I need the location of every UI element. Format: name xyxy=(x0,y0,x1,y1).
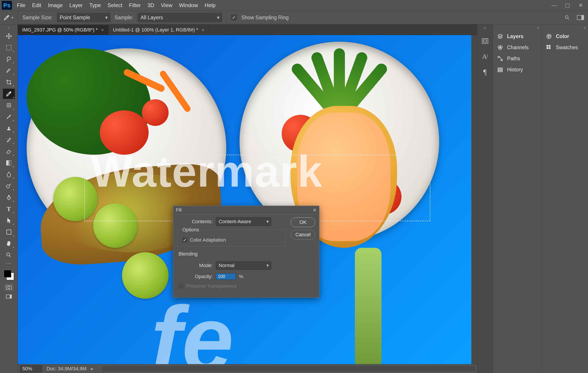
marquee-tool[interactable] xyxy=(3,42,15,53)
panel-tab-channels[interactable]: Channels xyxy=(493,42,541,53)
panel-dock-a: « Layers Channels Paths History xyxy=(493,24,541,373)
vertical-scrollbar[interactable] xyxy=(471,35,477,364)
libraries-panel-icon[interactable] xyxy=(480,36,490,46)
svg-point-5 xyxy=(10,92,11,93)
menu-help[interactable]: Help xyxy=(203,1,217,9)
chevron-right-icon[interactable]: ▸ xyxy=(91,366,93,372)
move-tool[interactable] xyxy=(3,31,15,41)
options-bar: ▾ Sample Size: Point Sample Sample: All … xyxy=(0,11,588,24)
menu-view[interactable]: View xyxy=(159,1,174,9)
shape-tool[interactable] xyxy=(3,227,15,237)
sample-size-label: Sample Size: xyxy=(22,15,52,20)
lasso-tool[interactable] xyxy=(3,54,15,64)
svg-point-28 xyxy=(548,37,549,38)
contents-label: Contents: xyxy=(177,219,213,224)
zoom-input[interactable] xyxy=(20,365,42,372)
screen-mode-toggle[interactable] xyxy=(5,293,13,300)
clone-stamp-tool[interactable] xyxy=(3,123,15,133)
close-icon[interactable]: × xyxy=(101,28,104,33)
cancel-button[interactable]: Cancel xyxy=(291,230,315,240)
preserve-transparency-checkbox xyxy=(178,284,183,289)
panel-tab-layers[interactable]: Layers xyxy=(493,31,541,42)
paragraph-panel-icon[interactable]: ¶ xyxy=(480,67,490,77)
options-legend: Options xyxy=(181,227,200,233)
app-logo: Ps xyxy=(2,1,12,10)
document-tab[interactable]: IMG_2937.JPG @ 50% (RGB/8*) * × xyxy=(18,25,108,35)
svg-rect-31 xyxy=(546,47,548,49)
color-swatches[interactable] xyxy=(3,269,15,281)
window-close-icon[interactable]: ✕ xyxy=(577,2,584,9)
dialog-titlebar[interactable]: Fill ✕ xyxy=(173,206,319,214)
ok-button[interactable]: OK xyxy=(291,217,315,227)
healing-brush-tool[interactable] xyxy=(3,100,15,110)
sample-size-select[interactable]: Point Sample xyxy=(57,13,110,22)
path-selection-tool[interactable] xyxy=(3,215,15,226)
mode-select[interactable]: Normal xyxy=(216,261,271,270)
menu-select[interactable]: Select xyxy=(106,1,124,9)
chevron-down-icon: ▾ xyxy=(11,16,13,20)
gradient-tool[interactable] xyxy=(3,158,15,168)
panel-tab-swatches[interactable]: Swatches xyxy=(542,42,588,53)
blur-tool[interactable] xyxy=(3,169,15,180)
quick-selection-tool[interactable] xyxy=(3,66,15,76)
svg-point-26 xyxy=(548,35,549,36)
status-bar: Doc: 34,9M/34,9M ▸ xyxy=(18,364,477,373)
opacity-unit: % xyxy=(239,274,243,280)
menu-3d[interactable]: 3D xyxy=(146,1,156,9)
opacity-input[interactable]: 100 xyxy=(216,273,236,280)
contents-value: Content-Aware xyxy=(219,219,251,224)
edit-toolbar-icon[interactable]: ••• xyxy=(6,262,12,265)
history-brush-tool[interactable] xyxy=(3,135,15,145)
zoom-tool[interactable] xyxy=(3,250,15,260)
preserve-transparency-label: Preserve Transparency xyxy=(186,283,236,289)
panel-collapse-icon[interactable]: « xyxy=(484,26,486,30)
window-maximize-icon[interactable]: ▢ xyxy=(564,2,571,9)
menu-filter[interactable]: Filter xyxy=(127,1,143,9)
window-minimize-icon[interactable]: — xyxy=(551,2,557,9)
search-icon[interactable] xyxy=(563,14,572,21)
document-tab[interactable]: Untitled-1 @ 100% (Layer 1, RGB/8#) * × xyxy=(108,25,209,35)
panel-tab-history[interactable]: History xyxy=(493,64,541,75)
paths-icon xyxy=(497,55,504,62)
pen-tool[interactable] xyxy=(3,192,15,202)
menu-image[interactable]: Image xyxy=(46,1,64,9)
menu-edit[interactable]: Edit xyxy=(30,1,43,9)
character-panel-icon[interactable]: A| xyxy=(480,52,490,61)
eraser-tool[interactable] xyxy=(3,146,15,156)
svg-rect-20 xyxy=(498,56,499,58)
opacity-label: Opacity: xyxy=(177,274,213,280)
menu-type[interactable]: Type xyxy=(88,1,103,9)
brush-tool[interactable] xyxy=(3,112,15,122)
canvas[interactable]: fe Watermark Fill ✕ xyxy=(18,35,471,364)
color-adaptation-checkbox[interactable] xyxy=(182,238,187,242)
options-group: Options Color Adaptation xyxy=(177,229,285,247)
image-content xyxy=(100,110,149,155)
svg-point-25 xyxy=(547,34,551,39)
menu-window[interactable]: Window xyxy=(177,1,200,9)
menu-layer[interactable]: Layer xyxy=(68,1,84,9)
current-tool-indicator[interactable]: ▾ xyxy=(3,14,13,21)
collapsed-panel-dock: « A| ¶ xyxy=(477,24,493,373)
menu-file[interactable]: File xyxy=(15,1,27,9)
sample-select[interactable]: All Layers xyxy=(138,13,222,22)
panel-collapse-icon[interactable]: « xyxy=(542,24,588,31)
close-icon[interactable]: ✕ xyxy=(313,207,316,213)
workspace-switcher-icon[interactable] xyxy=(576,14,585,21)
eyedropper-tool[interactable] xyxy=(3,89,15,99)
close-icon[interactable]: × xyxy=(202,28,204,33)
panel-tab-color[interactable]: Color xyxy=(542,31,588,42)
svg-rect-4 xyxy=(6,45,11,50)
foreground-color-swatch[interactable] xyxy=(4,270,11,277)
hand-tool[interactable] xyxy=(3,239,15,249)
crop-tool[interactable] xyxy=(3,77,15,87)
show-sampling-ring-checkbox[interactable] xyxy=(231,15,237,20)
contents-select[interactable]: Content-Aware xyxy=(216,217,271,226)
svg-rect-15 xyxy=(482,39,488,43)
quick-mask-toggle[interactable] xyxy=(5,284,13,291)
dodge-tool[interactable] xyxy=(3,181,15,191)
panel-collapse-icon[interactable]: » xyxy=(8,26,10,30)
horizontal-scrollbar[interactable] xyxy=(102,366,475,371)
panel-tab-paths[interactable]: Paths xyxy=(493,53,541,64)
panel-collapse-icon[interactable]: « xyxy=(493,24,541,31)
type-tool[interactable]: T xyxy=(3,204,15,214)
